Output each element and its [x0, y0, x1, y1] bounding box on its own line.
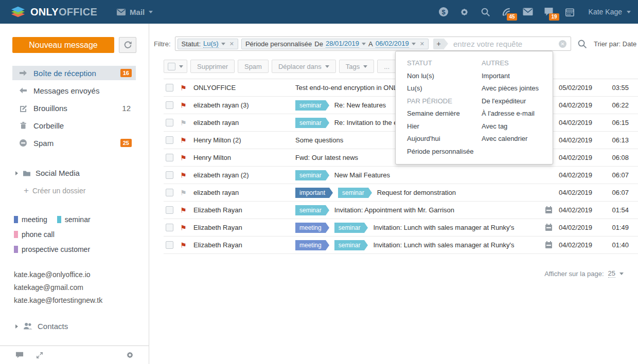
dollar-icon[interactable]: $: [438, 7, 449, 17]
row-checkbox[interactable]: [166, 136, 173, 144]
chat-icon[interactable]: [15, 351, 24, 359]
gear-icon[interactable]: [459, 7, 470, 17]
chevron-down-icon[interactable]: [412, 43, 416, 45]
message-tag-seminar[interactable]: seminar: [334, 223, 365, 233]
row-checkbox[interactable]: [166, 84, 173, 92]
flag-icon[interactable]: ⚑: [180, 119, 187, 126]
flag-icon[interactable]: ⚑: [180, 242, 187, 249]
dropdown-item[interactable]: Avec pièces jointes: [482, 82, 548, 95]
search-icon[interactable]: [481, 7, 491, 17]
chat-icon[interactable]: 19: [544, 7, 554, 17]
row-checkbox[interactable]: [166, 154, 173, 161]
message-tag-meeting[interactable]: meeting: [295, 240, 326, 250]
dropdown-item[interactable]: À l'adresse e-mail: [482, 107, 548, 120]
message-row[interactable]: ⚑ Elizabeth Rayan meetingseminarInvitati…: [164, 236, 638, 254]
sidebar-folder-spam[interactable]: Spam25: [12, 136, 136, 150]
calendar-icon[interactable]: [565, 7, 575, 17]
message-tag-important[interactable]: important: [295, 188, 329, 198]
message-tag-seminar[interactable]: seminar: [338, 188, 368, 198]
sidebar-item-contacts[interactable]: Contacts: [15, 322, 149, 331]
dropdown-item[interactable]: Semaine dernière: [407, 107, 482, 120]
chevron-down-icon[interactable]: [619, 272, 624, 275]
account-address[interactable]: kate.kage@fortestingnew.tk: [14, 296, 149, 304]
onlyoffice-logo[interactable]: ONLYOFFICE: [10, 5, 97, 19]
select-all-checkbox[interactable]: [168, 63, 175, 70]
chevron-down-icon[interactable]: [362, 43, 366, 45]
sort-control[interactable]: Trier par: Date: [594, 40, 638, 48]
message-tag-seminar[interactable]: seminar: [334, 240, 365, 250]
dropdown-item[interactable]: Hier: [407, 120, 482, 133]
refresh-button[interactable]: [119, 37, 136, 53]
flag-icon[interactable]: ⚑: [180, 189, 187, 196]
row-checkbox[interactable]: [166, 119, 173, 126]
sidebar-item-social-media[interactable]: Social Media: [15, 169, 149, 177]
row-checkbox[interactable]: [166, 224, 173, 231]
product-switcher[interactable]: Mail: [117, 8, 153, 16]
account-address[interactable]: kate.kage@onlyoffice.io: [14, 270, 149, 279]
search-button[interactable]: [577, 39, 587, 49]
chevron-down-icon[interactable]: [221, 43, 225, 45]
dropdown-item[interactable]: Important: [482, 70, 548, 83]
flag-icon[interactable]: ⚑: [180, 154, 187, 161]
create-folder-button[interactable]: + Créer un dossier: [24, 187, 149, 195]
row-checkbox[interactable]: [166, 101, 173, 109]
filter-box[interactable]: Statut: Lu(s) ✕ Période personnalisée De…: [175, 37, 571, 51]
dropdown-item[interactable]: Période personnalisée: [407, 145, 482, 158]
row-checkbox[interactable]: [166, 206, 173, 214]
toolbar-button-spam[interactable]: Spam: [238, 60, 269, 73]
status-filter-chip[interactable]: Statut: Lu(s) ✕: [178, 39, 238, 49]
period-filter-chip[interactable]: Période personnalisée De 28/01/2019 A 06…: [241, 39, 429, 49]
remove-status-filter-icon[interactable]: ✕: [229, 41, 234, 47]
toolbar-button-supprimer[interactable]: Supprimer: [190, 60, 235, 73]
dropdown-item[interactable]: Lu(s): [407, 82, 482, 95]
period-to-date[interactable]: 06/02/2019: [376, 40, 409, 48]
sidebar-tag[interactable]: prospective customer: [14, 245, 90, 253]
flag-icon[interactable]: ⚑: [180, 102, 187, 109]
dropdown-item[interactable]: Aujourd'hui: [407, 133, 482, 145]
dropdown-item[interactable]: Avec tag: [482, 120, 548, 133]
sidebar-folder-draft[interactable]: Brouillons12: [12, 101, 136, 115]
message-row[interactable]: ⚑ elizabeth rayan (2) seminarNew Mail Fe…: [164, 167, 638, 184]
message-tag-seminar[interactable]: seminar: [295, 205, 326, 215]
row-checkbox[interactable]: [166, 189, 173, 196]
message-row[interactable]: ⚑ elizabeth rayan importantseminarReques…: [164, 184, 638, 202]
message-tag-seminar[interactable]: seminar: [295, 100, 326, 111]
flag-icon[interactable]: ⚑: [180, 207, 187, 214]
status-chip-value[interactable]: Lu(s): [203, 40, 219, 48]
toolbar-button-more[interactable]: ...: [377, 60, 396, 73]
clear-search-icon[interactable]: ✕: [559, 40, 566, 48]
dropdown-item[interactable]: Non lu(s): [407, 70, 482, 83]
sidebar-tag[interactable]: seminar: [57, 215, 91, 224]
flag-icon[interactable]: ⚑: [180, 172, 187, 179]
compose-button[interactable]: Nouveau message: [12, 37, 114, 53]
gear-icon[interactable]: [126, 351, 134, 359]
period-from-date[interactable]: 28/01/2019: [326, 40, 359, 48]
dropdown-item[interactable]: Avec calendrier: [482, 133, 548, 145]
toolbar-button-dplacerdans[interactable]: Déplacer dans: [272, 60, 336, 73]
expand-icon[interactable]: [36, 352, 43, 359]
mail-icon[interactable]: [523, 7, 533, 17]
flag-icon[interactable]: ⚑: [180, 84, 187, 92]
dropdown-item[interactable]: De l'expéditeur: [482, 95, 548, 108]
sidebar-folder-sent[interactable]: Messages envoyés: [12, 83, 136, 98]
add-filter-button[interactable]: +: [433, 39, 444, 49]
row-checkbox[interactable]: [166, 171, 173, 179]
feedback-icon[interactable]: 45: [502, 7, 512, 17]
flag-icon[interactable]: ⚑: [180, 137, 187, 144]
select-all-button[interactable]: [164, 60, 187, 73]
account-address[interactable]: katekage@gmail.com: [14, 283, 149, 292]
message-row[interactable]: ⚑ Elizabeth Rayan seminarInvitation: App…: [164, 202, 638, 219]
row-checkbox[interactable]: [166, 241, 173, 249]
message-tag-meeting[interactable]: meeting: [295, 223, 326, 233]
message-tag-seminar[interactable]: seminar: [295, 170, 326, 180]
sidebar-tag[interactable]: meeting: [14, 215, 47, 224]
user-menu[interactable]: Kate Kage: [589, 8, 631, 16]
sidebar-tag[interactable]: phone call: [14, 230, 55, 239]
sidebar-folder-trash[interactable]: Corbeille: [12, 118, 136, 133]
message-row[interactable]: ⚑ Elizabeth Rayan meetingseminarInvitati…: [164, 219, 638, 236]
toolbar-button-tags[interactable]: Tags: [339, 60, 374, 73]
search-input[interactable]: [453, 40, 556, 48]
flag-icon[interactable]: ⚑: [180, 224, 187, 231]
sidebar-folder-inbox[interactable]: Boîte de réception16: [12, 66, 136, 80]
page-size-value[interactable]: 25: [608, 269, 615, 278]
